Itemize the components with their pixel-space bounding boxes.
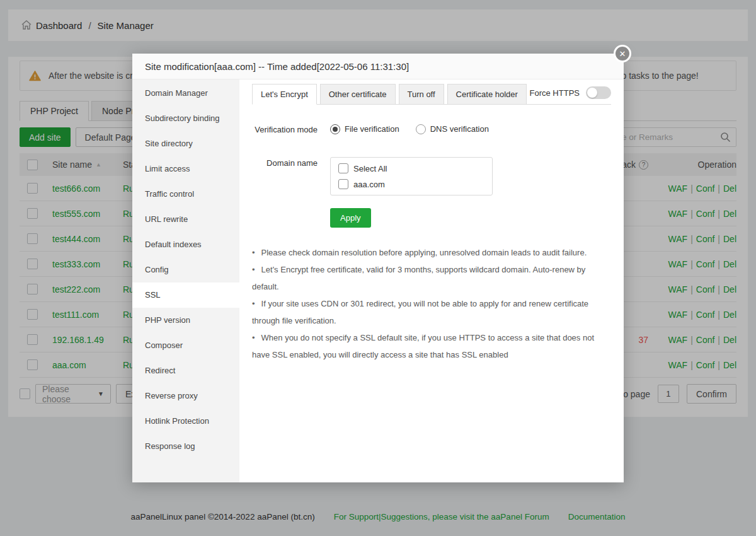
note-item: Let's Encrypt free certificate, valid fo… <box>252 261 605 295</box>
sidebar-item-default-indexes[interactable]: Default indexes <box>132 232 239 257</box>
sidebar-item-subdirectory-binding[interactable]: Subdirectory binding <box>132 106 239 131</box>
verification-mode-label: Verification mode <box>252 124 318 134</box>
radio-circle-icon <box>416 124 426 134</box>
apply-row: Apply <box>330 208 611 228</box>
toggle-knob <box>587 88 597 98</box>
verification-mode-row: Verification mode File verificationDNS v… <box>252 124 611 134</box>
sidebar-item-limit-access[interactable]: Limit access <box>132 156 239 182</box>
ssl-tab-certificate-holder[interactable]: Certificate holder <box>447 84 527 105</box>
sidebar-item-response-log[interactable]: Response log <box>132 434 239 459</box>
sidebar-item-redirect[interactable]: Redirect <box>132 358 239 383</box>
radio-file-verification[interactable]: File verification <box>330 124 399 134</box>
apply-button[interactable]: Apply <box>330 208 371 228</box>
sidebar-item-hotlink-protection[interactable]: Hotlink Protection <box>132 409 239 434</box>
radio-circle-icon <box>330 124 340 134</box>
checkbox-icon <box>338 179 348 189</box>
close-icon: ✕ <box>619 49 626 59</box>
ssl-notes: Please check domain resolution before ap… <box>252 244 611 363</box>
note-item: When you do not specify a SSL default si… <box>252 329 605 363</box>
radio-label: File verification <box>345 124 399 134</box>
checkbox-label: Select All <box>353 164 387 173</box>
checkbox-icon <box>338 163 348 173</box>
domain-list: Select Allaaa.com <box>330 157 493 195</box>
force-https-label: Force HTTPS <box>530 88 580 98</box>
modal-header: Site modification[aaa.com] -- Time added… <box>132 54 624 79</box>
note-item: If your site uses CDN or 301 redirect, y… <box>252 295 605 329</box>
note-item: Please check domain resolution before ap… <box>252 244 605 261</box>
domain-checkbox-select-all[interactable]: Select All <box>338 163 484 173</box>
ssl-panel: Let's EncryptOther certificateTurn offCe… <box>239 79 624 482</box>
domain-name-label: Domain name <box>252 157 318 195</box>
ssl-tab-turn-off[interactable]: Turn off <box>399 84 444 105</box>
sidebar-item-composer[interactable]: Composer <box>132 333 239 358</box>
sidebar-item-config[interactable]: Config <box>132 257 239 283</box>
modal-title: Site modification[aaa.com] -- Time added… <box>145 61 409 72</box>
radio-dns-verification[interactable]: DNS verification <box>416 124 489 134</box>
sidebar-item-reverse-proxy[interactable]: Reverse proxy <box>132 383 239 409</box>
ssl-tab-other-certificate[interactable]: Other certificate <box>320 84 396 105</box>
radio-label: DNS verification <box>430 124 489 134</box>
modal-sidebar: Domain ManagerSubdirectory bindingSite d… <box>132 79 239 482</box>
modal-close-button[interactable]: ✕ <box>614 45 631 62</box>
site-modification-modal: ✕ Site modification[aaa.com] -- Time add… <box>132 54 624 482</box>
sidebar-item-domain-manager[interactable]: Domain Manager <box>132 81 239 106</box>
sidebar-item-site-directory[interactable]: Site directory <box>132 131 239 156</box>
domain-checkbox-aaa-com[interactable]: aaa.com <box>338 179 484 189</box>
sidebar-item-ssl[interactable]: SSL <box>132 283 239 308</box>
domain-name-row: Domain name Select Allaaa.com <box>252 157 611 195</box>
checkbox-label: aaa.com <box>353 180 385 189</box>
sidebar-item-php-version[interactable]: PHP version <box>132 308 239 333</box>
verification-radios: File verificationDNS verification <box>330 124 489 134</box>
force-https: Force HTTPS <box>530 86 611 99</box>
force-https-toggle[interactable] <box>586 86 611 99</box>
sidebar-item-url-rewrite[interactable]: URL rewrite <box>132 207 239 232</box>
modal-body: Domain ManagerSubdirectory bindingSite d… <box>132 79 624 482</box>
ssl-tab-let-s-encrypt[interactable]: Let's Encrypt <box>252 84 317 105</box>
sidebar-item-traffic-control[interactable]: Traffic control <box>132 182 239 207</box>
